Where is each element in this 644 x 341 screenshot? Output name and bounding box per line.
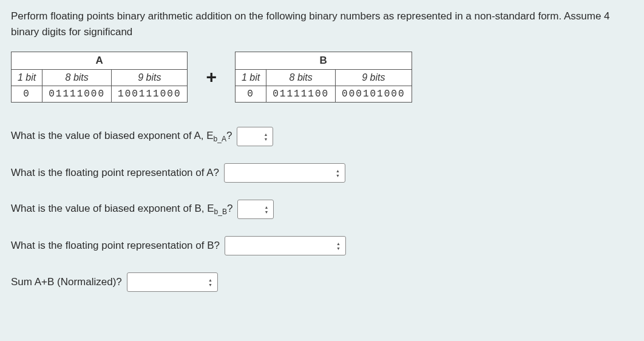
q3-select[interactable]: ▲▼ xyxy=(237,200,274,219)
table-b-header-1: 8 bits xyxy=(266,70,336,86)
updown-icon: ▲▼ xyxy=(264,132,268,141)
updown-icon: ▲▼ xyxy=(336,241,341,251)
tables-container: A 1 bit 8 bits 9 bits 0 01111000 1001110… xyxy=(11,52,633,103)
table-a-value-1: 01111000 xyxy=(42,86,112,103)
question-text: Perform floating points binary arithmeti… xyxy=(11,8,633,39)
q5-select[interactable]: ▲▼ xyxy=(127,272,218,292)
q2-select[interactable]: ▲▼ xyxy=(224,163,345,183)
table-a-value-2: 100111000 xyxy=(112,86,188,103)
updown-icon: ▲▼ xyxy=(264,205,268,214)
plus-symbol: + xyxy=(202,67,220,87)
question-5: Sum A+B (Normalized)? ▲▼ xyxy=(11,272,633,292)
updown-icon: ▲▼ xyxy=(208,278,212,287)
table-a: A 1 bit 8 bits 9 bits 0 01111000 1001110… xyxy=(11,52,188,103)
question-1: What is the value of biased exponent of … xyxy=(11,127,633,146)
table-b-value-1: 01111100 xyxy=(266,86,336,103)
table-b-title: B xyxy=(236,52,412,70)
table-b: B 1 bit 8 bits 9 bits 0 01111100 0001010… xyxy=(235,52,412,103)
q4-select[interactable]: ▲▼ xyxy=(225,236,346,255)
q3-label: What is the value of biased exponent of … xyxy=(11,203,232,216)
question-4: What is the floating point representatio… xyxy=(11,236,633,255)
q5-label: Sum A+B (Normalized)? xyxy=(11,276,122,288)
updown-icon: ▲▼ xyxy=(336,169,340,178)
q4-label: What is the floating point representatio… xyxy=(11,240,220,252)
q1-select[interactable]: ▲▼ xyxy=(237,127,273,146)
question-2: What is the floating point representatio… xyxy=(11,163,633,183)
table-a-header-2: 9 bits xyxy=(112,70,188,86)
table-a-header-0: 1 bit xyxy=(12,70,42,86)
question-3: What is the value of biased exponent of … xyxy=(11,200,633,219)
table-b-value-2: 000101000 xyxy=(336,86,412,103)
table-a-value-0: 0 xyxy=(12,86,42,103)
table-b-header-2: 9 bits xyxy=(336,70,412,86)
table-a-title: A xyxy=(12,52,188,70)
q1-label: What is the value of biased exponent of … xyxy=(11,130,232,143)
q2-label: What is the floating point representatio… xyxy=(11,167,219,179)
table-b-value-0: 0 xyxy=(236,86,266,103)
table-a-header-1: 8 bits xyxy=(42,70,112,86)
table-b-header-0: 1 bit xyxy=(236,70,266,86)
